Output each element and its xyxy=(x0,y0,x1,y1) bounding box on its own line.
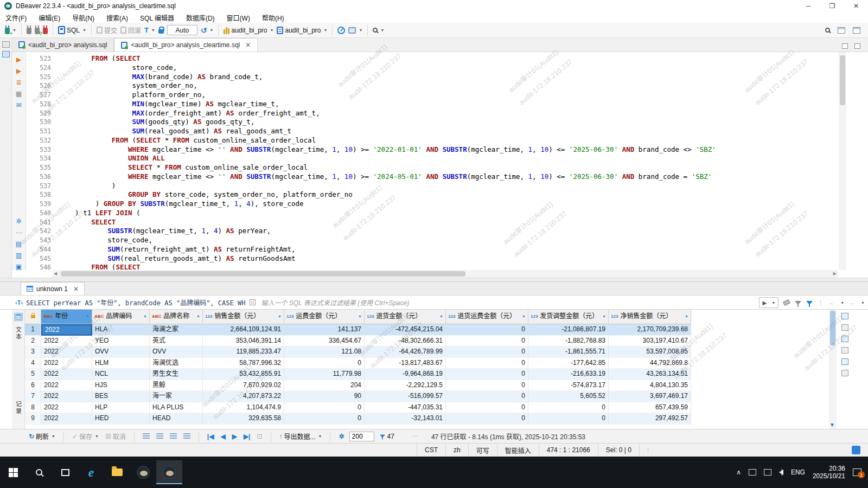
add-row-button[interactable] xyxy=(155,433,165,439)
row-number[interactable]: 1 xyxy=(25,324,41,336)
previous-row-button[interactable]: ◀ xyxy=(219,433,227,440)
menu-item-7[interactable]: 帮助(H) xyxy=(262,13,284,22)
grid-cell[interactable]: 353,046,391.14 xyxy=(203,336,284,347)
code-text[interactable]: ) GROUP BY SUBSTR(mgclear_time_t, 1, 4),… xyxy=(59,200,304,209)
code-text[interactable]: GROUP BY store_code, system_order_no, pl… xyxy=(59,190,353,200)
code-text[interactable]: SUBSTR(mgclear_time_t, 1, 4) AS perYear, xyxy=(59,227,271,236)
input-language-indicator[interactable]: ENG xyxy=(791,468,805,476)
code-text[interactable]: SUM(return_freight_amt_t) AS returnFreig… xyxy=(59,245,296,254)
grid-cell[interactable]: HLA xyxy=(92,324,150,336)
new-connection-button[interactable]: + ▼ xyxy=(3,26,18,34)
execute-script-icon[interactable]: ≣ xyxy=(16,79,21,86)
grid-cell[interactable]: 0 xyxy=(446,380,528,391)
grid-cell[interactable]: 2,664,109,124.91 xyxy=(203,324,284,336)
database-navigator-icon[interactable] xyxy=(2,51,10,57)
grid-cell[interactable]: HED xyxy=(92,413,150,425)
action-center-icon[interactable]: 1 xyxy=(853,468,861,476)
menu-item-6[interactable]: 窗口(W) xyxy=(227,13,250,22)
column-header-5[interactable]: 123退货金额（元）▼ xyxy=(365,310,446,324)
column-header-1[interactable]: ABC品牌编码▼ xyxy=(92,310,150,324)
grid-cell[interactable]: 2022 xyxy=(41,402,92,414)
save-button[interactable]: ✓ 保存 ▼ xyxy=(71,432,100,441)
minimize-button[interactable]: ─ xyxy=(796,0,820,12)
status-segment-5[interactable]: Sel: 0 | 0 xyxy=(598,444,640,457)
export-result-icon[interactable]: ✉ xyxy=(16,102,21,108)
calc-panel-icon[interactable] xyxy=(841,324,848,331)
grid-cell[interactable]: -472,454,215.04 xyxy=(365,324,446,336)
menu-item-4[interactable]: SQL 编辑器 xyxy=(140,13,174,22)
fetch-count-indicator[interactable]: 47 xyxy=(378,433,396,440)
grouping-panel-icon[interactable] xyxy=(841,347,848,354)
grid-cell[interactable]: -32,143.01 xyxy=(365,413,446,425)
presentation-grid-tab[interactable] xyxy=(14,313,23,321)
grid-cell[interactable]: 2022 xyxy=(41,380,92,391)
editor-horizontal-scrollbar[interactable]: ◀ ▶ xyxy=(52,270,838,278)
start-button[interactable] xyxy=(0,460,26,484)
grid-cell[interactable]: 303,197,410.67 xyxy=(609,336,691,347)
duplicate-row-button[interactable] xyxy=(168,433,178,439)
grid-cell[interactable]: 141,137 xyxy=(284,324,365,336)
code-text[interactable]: WHERE mgclear_time <> '' AND SUBSTR(mgcl… xyxy=(59,145,716,155)
history-back-icon[interactable]: ← xyxy=(828,299,834,306)
editor-vertical-scrollbar[interactable] xyxy=(839,52,846,270)
row-number[interactable]: 6 xyxy=(25,380,41,391)
transaction-log-button[interactable]: ↺ ▼ xyxy=(199,26,215,35)
maximize-editor-icon[interactable] xyxy=(854,43,860,49)
grid-cell[interactable]: 0 xyxy=(446,358,528,369)
commit-mode-combo[interactable]: Auto xyxy=(165,25,199,35)
code-text[interactable]: ) xyxy=(59,182,116,191)
scrollbar-thumb[interactable] xyxy=(840,55,845,105)
save-filter-icon[interactable] xyxy=(795,301,801,305)
column-header-0[interactable]: ABC年份▼ xyxy=(41,310,92,324)
goto-row-button[interactable]: ⊡ xyxy=(255,433,264,440)
clear-filter-icon[interactable] xyxy=(783,299,790,306)
sort-dropdown-icon[interactable]: ▼ xyxy=(358,311,362,322)
column-header-6[interactable]: 123退货运费金额（元）▼ xyxy=(446,310,528,324)
grid-cell[interactable]: 2,170,709,239.68 xyxy=(609,324,691,336)
scrollbar-thumb[interactable] xyxy=(61,271,465,277)
menu-item-3[interactable]: 搜索(A) xyxy=(106,13,128,22)
more-options-icon[interactable]: ⋯ xyxy=(16,229,22,236)
dbeaver-taskbar-button[interactable] xyxy=(130,460,156,484)
status-segment-3[interactable]: 智能插入 xyxy=(497,444,539,457)
grid-cell[interactable]: 2022 xyxy=(41,391,92,402)
menu-item-5[interactable]: 数据库(D) xyxy=(186,13,215,22)
grid-cell[interactable]: 0 xyxy=(446,413,528,425)
grid-cell[interactable]: 58,787,996.32 xyxy=(203,358,284,369)
export-data-button[interactable]: ↑ 导出数据... ▼ xyxy=(278,432,324,441)
grid-cell[interactable]: 2022 xyxy=(41,369,92,380)
grid-cell[interactable]: HJS xyxy=(92,380,150,391)
close-button[interactable]: ✕ xyxy=(844,0,868,12)
column-header-2[interactable]: ABC品牌名称▼ xyxy=(150,310,203,324)
grid-cell[interactable]: 0 xyxy=(446,346,528,358)
grid-cell[interactable]: 0 xyxy=(446,402,528,414)
row-number[interactable]: 4 xyxy=(25,358,41,369)
presentation-record-tab[interactable]: 记录 xyxy=(14,401,23,415)
grid-cell[interactable]: 0 xyxy=(528,402,609,414)
row-number[interactable]: 5 xyxy=(25,369,41,380)
open-perspective-icon[interactable] xyxy=(838,27,845,34)
row-number[interactable]: 3 xyxy=(25,346,41,358)
grid-cell[interactable]: 海澜优选 xyxy=(150,358,203,369)
grid-cell[interactable]: 2022 xyxy=(41,336,92,347)
grid-cell[interactable]: HLA PLUS xyxy=(150,402,203,414)
grid-cell[interactable]: 90 xyxy=(284,391,365,402)
grid-cell[interactable]: -447,035.31 xyxy=(365,402,446,414)
fetch-size-input[interactable] xyxy=(349,432,374,441)
grid-cell[interactable]: 5,605.52 xyxy=(528,391,609,402)
task-view-button[interactable] xyxy=(52,460,78,484)
next-row-button[interactable]: ▶ xyxy=(231,433,239,440)
grid-cell[interactable]: 44,792,869.8 xyxy=(609,358,691,369)
maximize-button[interactable]: ❐ xyxy=(820,0,844,12)
sort-dropdown-icon[interactable]: ▼ xyxy=(278,311,282,322)
grid-cell[interactable]: 329,635.58 xyxy=(203,413,284,425)
status-notification-icon[interactable] xyxy=(852,446,860,454)
code-text[interactable]: ) t1 LEFT JOIN ( xyxy=(59,209,141,218)
grid-cell[interactable]: 0 xyxy=(446,324,528,336)
grid-cell[interactable]: HEAD xyxy=(150,413,203,425)
sort-dropdown-icon[interactable]: ▼ xyxy=(602,311,606,322)
grid-cell[interactable]: -1,882,768.83 xyxy=(528,336,609,347)
code-text[interactable]: MIN(mgclear_time) AS mgclear_time_t, xyxy=(59,100,279,109)
grid-cell[interactable]: -48,302,666.31 xyxy=(365,336,446,347)
connection-selector[interactable]: audit_bi_pro ▼ xyxy=(222,27,275,34)
